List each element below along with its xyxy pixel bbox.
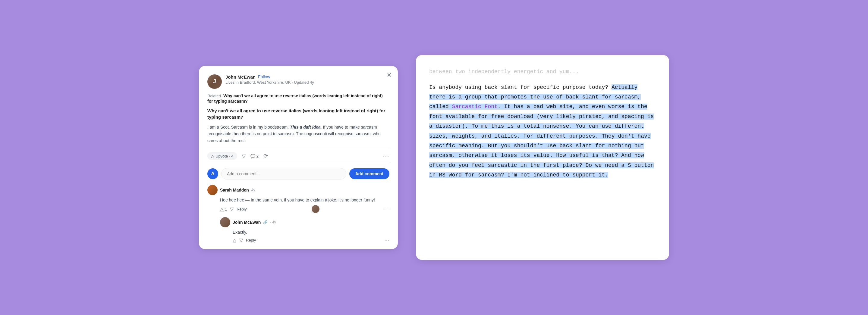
downvote-icon-sarah[interactable]: ▽ xyxy=(230,206,234,212)
comment-count[interactable]: 💬 2 xyxy=(250,154,258,159)
reply-button-john[interactable]: Reply xyxy=(246,238,256,242)
follow-link[interactable]: Follow xyxy=(258,74,270,79)
comments-section: Sarah Madden 4y Hee hee hee — In the sam… xyxy=(207,185,390,243)
downvote-button[interactable]: ▽ xyxy=(242,153,246,159)
comment-actions-sarah: △ 1 ▽ Reply ··· xyxy=(207,205,390,213)
post-header: J John McEwan Follow Lives in Bradford, … xyxy=(207,74,390,89)
upvote-label: Upvote xyxy=(216,154,228,159)
comment-actions-john: △ ▽ Reply ··· xyxy=(220,237,390,243)
comment-icon: 💬 xyxy=(250,154,255,159)
add-comment-button[interactable]: Add comment xyxy=(349,168,390,179)
close-button[interactable]: ✕ xyxy=(387,72,392,78)
commenter-avatar-me: A xyxy=(207,168,218,179)
reply-button-sarah[interactable]: Reply xyxy=(237,207,247,211)
answer-text-before: I am a Scot. Sarcasm is in my bloodstrea… xyxy=(207,125,290,130)
upvote-icon-sarah: △ xyxy=(220,206,224,212)
replier-avatar-sarah xyxy=(312,205,319,213)
share-button[interactable]: ⟳ xyxy=(264,153,268,159)
text-before-highlight: Is anybody using back slant for specific… xyxy=(429,84,612,90)
upvote-icon-john: △ xyxy=(233,237,236,243)
author-avatar: J xyxy=(207,74,222,89)
main-question: Why can't we all agree to use reverse it… xyxy=(207,107,390,120)
comment-input-row: A Add comment xyxy=(207,168,390,179)
comment-text-john: Exactly. xyxy=(220,229,390,236)
upvote-group[interactable]: △ Upvote · 4 xyxy=(207,152,237,160)
downvote-icon-john[interactable]: ▽ xyxy=(239,237,243,243)
answer-text: I am a Scot. Sarcasm is in my bloodstrea… xyxy=(207,124,390,144)
commenter-name-john: John McEwan xyxy=(233,220,261,225)
related-section: Related Why can't we all agree to use re… xyxy=(207,93,390,104)
upvote-icon: △ xyxy=(211,153,214,159)
pencil-icon: 🔗 xyxy=(263,220,268,224)
sarcastic-font-link[interactable]: Sarcastic Font xyxy=(452,104,498,110)
comment-text-sarah: Hee hee hee — In the same vein, if you h… xyxy=(207,197,390,203)
more-button[interactable]: ··· xyxy=(383,153,390,159)
author-info: John McEwan Follow Lives in Bradford, We… xyxy=(225,74,390,84)
related-label: Related xyxy=(207,94,221,98)
upvote-count: · 4 xyxy=(229,154,233,159)
comment-header-john: John McEwan 🔗 · 4y xyxy=(220,217,390,228)
comment-item-john: John McEwan 🔗 · 4y Exactly. △ ▽ Reply ··… xyxy=(207,217,390,243)
right-panel: between two independently energetic and … xyxy=(416,55,669,260)
commenter-avatar-john xyxy=(220,217,230,228)
commenter-avatar-sarah xyxy=(207,185,218,195)
vote-bar: △ Upvote · 4 ▽ 💬 2 ⟳ ··· xyxy=(207,149,390,163)
upvote-count-sarah: 1 xyxy=(225,207,227,211)
faded-top-text: between two independently energetic and … xyxy=(429,67,656,76)
commenter-name-sarah: Sarah Madden xyxy=(220,187,249,193)
comment-count-value: 2 xyxy=(256,154,258,159)
related-question: Why can't we all agree to use reverse it… xyxy=(207,93,383,104)
more-button-sarah[interactable]: ··· xyxy=(384,206,390,212)
more-button-john[interactable]: ··· xyxy=(384,238,390,243)
right-text-content: Is anybody using back slant for specific… xyxy=(429,82,656,180)
comment-item: Sarah Madden 4y Hee hee hee — In the sam… xyxy=(207,185,390,213)
upvote-sarah[interactable]: △ 1 xyxy=(220,206,227,212)
highlighted-text-1: Actually there is a group that promotes … xyxy=(429,84,654,178)
author-meta: Lives in Bradford, West Yorkshire, UK · … xyxy=(225,80,390,84)
comment-input[interactable] xyxy=(221,168,346,179)
comment-header: Sarah Madden 4y xyxy=(207,185,390,195)
commenter-time-john: · 4y xyxy=(270,220,276,224)
author-name: John McEwan xyxy=(225,74,255,79)
commenter-time-sarah: 4y xyxy=(251,188,255,192)
left-panel: J John McEwan Follow Lives in Bradford, … xyxy=(199,66,398,249)
answer-text-em: This a daft idea. xyxy=(290,125,322,130)
upvote-john[interactable]: △ xyxy=(233,237,236,243)
